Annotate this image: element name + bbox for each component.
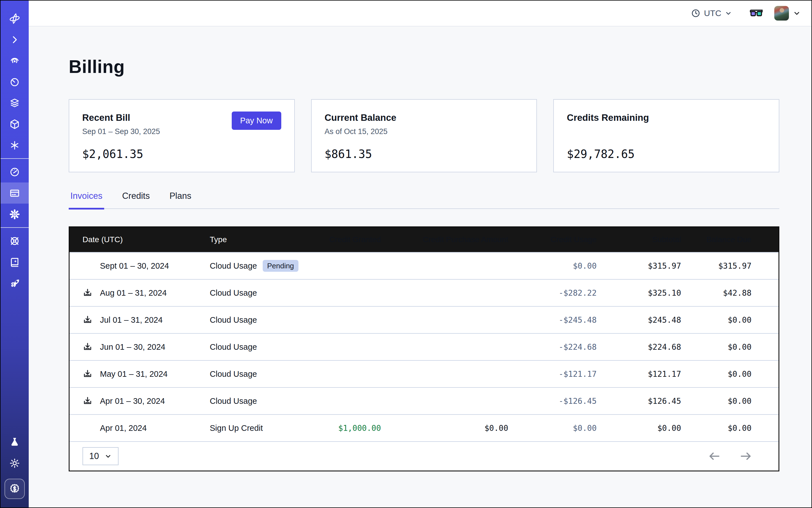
card-title: Credits Remaining — [567, 112, 766, 123]
scan-eye-icon[interactable] — [1, 50, 29, 71]
credit-usage: -$245.48 — [508, 315, 597, 325]
credits-dollar-badge-button[interactable] — [4, 479, 25, 499]
table-row: May 01 – 31, 2024 Cloud Usage -$121.17 $… — [70, 360, 778, 387]
invoice-date: Aug 01 – 31, 2024 — [100, 288, 167, 298]
table-row: Jul 01 – 31, 2024 Cloud Usage -$245.48 $… — [70, 306, 778, 333]
invoice-type: Cloud Usage — [210, 315, 257, 325]
download-invoice-icon[interactable] — [83, 288, 93, 298]
recent-bill-amount: $2,061.35 — [82, 147, 281, 161]
credit-usage: -$126.45 — [508, 396, 597, 406]
theme-sun-icon[interactable] — [1, 453, 29, 474]
balance-due: $0.00 — [681, 315, 778, 325]
credit-usage: -$224.68 — [508, 342, 597, 352]
download-invoice-icon[interactable] — [83, 396, 93, 406]
balance-due: $0.00 — [681, 370, 778, 379]
status-badge: Pending — [263, 260, 298, 272]
current-balance-amount: $861.35 — [325, 147, 524, 161]
history-timer-icon[interactable] — [1, 71, 29, 92]
tab-plans[interactable]: Plans — [168, 191, 193, 208]
billing-tabs: Invoices Credits Plans — [69, 191, 779, 209]
credit-purchase-amount: $0.00 — [381, 424, 508, 433]
table-row: Apr 01 – 30, 2024 Cloud Usage -$126.45 $… — [70, 387, 778, 414]
layers-icon[interactable] — [1, 92, 29, 114]
subtotal: $325.10 — [597, 288, 681, 298]
billing-card-icon — [9, 187, 20, 199]
3d-glasses-icon — [750, 9, 763, 17]
sidebar-divider — [1, 227, 29, 228]
timezone-selector[interactable]: UTC — [691, 8, 732, 18]
settings-gear-icon[interactable] — [1, 204, 29, 225]
invoices-table: Date (UTC) Type Credit Granted Credit Pu… — [69, 226, 779, 471]
pagination-controls — [708, 450, 753, 463]
col-header-subtotal: Subtotal — [597, 235, 681, 244]
download-invoice-icon[interactable] — [83, 315, 93, 325]
page-size-select[interactable]: 10 — [83, 447, 119, 465]
invoice-date: May 01 – 31, 2024 — [100, 370, 168, 379]
table-row: Apr 01, 2024 Sign Up Credit $1,000.00 $0… — [70, 414, 778, 441]
quickstart-rocket-icon[interactable] — [1, 272, 29, 294]
asterisk-icon[interactable] — [1, 135, 29, 156]
balance-due: $315.97 — [681, 261, 778, 270]
col-header-credit-usage: Credit Usage — [508, 235, 597, 244]
3d-glasses-button[interactable] — [750, 9, 763, 17]
invoice-date: Sept 01 – 30, 2024 — [100, 261, 169, 270]
table-row: Aug 01 – 31, 2024 Cloud Usage -$282.22 $… — [70, 279, 778, 306]
invoice-date: Jul 01 – 31, 2024 — [100, 315, 163, 325]
balance-due: $0.00 — [681, 342, 778, 352]
invoice-type: Cloud Usage — [210, 261, 257, 270]
page-title: Billing — [69, 56, 779, 77]
download-invoice-icon[interactable] — [83, 342, 93, 352]
col-header-date: Date (UTC) — [70, 235, 210, 244]
expand-chevron-icon[interactable] — [1, 29, 29, 50]
tab-credits[interactable]: Credits — [121, 191, 152, 208]
current-balance-card: Current Balance As of Oct 15, 2025 $861.… — [311, 99, 537, 172]
invoice-type: Cloud Usage — [210, 342, 257, 352]
invoice-type: Cloud Usage — [210, 288, 257, 298]
chevron-down-icon — [793, 9, 801, 17]
col-header-balance-due: Balance Due — [681, 235, 778, 244]
subtotal: $224.68 — [597, 342, 681, 352]
page-size-value: 10 — [89, 451, 99, 461]
sandbox-cube-icon[interactable] — [1, 114, 29, 135]
credit-granted: $1,000.00 — [300, 424, 381, 433]
download-invoice-icon[interactable] — [83, 369, 93, 379]
chevron-down-icon — [104, 453, 112, 460]
tab-invoices[interactable]: Invoices — [69, 191, 104, 210]
balance-due: $0.00 — [681, 396, 778, 406]
credit-usage: -$282.22 — [508, 288, 597, 298]
subtotal: $121.17 — [597, 370, 681, 379]
helm-wheel-icon[interactable] — [1, 230, 29, 251]
usage-gauge-icon[interactable] — [1, 161, 29, 182]
invoice-type: Cloud Usage — [210, 370, 257, 379]
sidebar — [1, 1, 29, 507]
subtotal: $315.97 — [597, 261, 681, 270]
pay-now-button[interactable]: Pay Now — [232, 112, 281, 130]
col-header-credit-granted: Credit Granted — [300, 235, 381, 244]
previous-page-button[interactable] — [708, 450, 721, 463]
labs-flask-icon[interactable] — [1, 431, 29, 453]
credit-usage: $0.00 — [508, 424, 597, 433]
col-header-credit-purchase: Credit Purchase Amount — [381, 235, 508, 244]
invoice-type: Cloud Usage — [210, 396, 257, 406]
sidebar-divider — [1, 158, 29, 159]
subtotal: $245.48 — [597, 315, 681, 325]
card-sub-spacer — [567, 127, 766, 136]
balance-as-of: As of Oct 15, 2025 — [325, 127, 524, 136]
credits-remaining-amount: $29,782.65 — [567, 147, 766, 161]
logo-orbit-icon[interactable] — [1, 8, 29, 29]
balance-due: $0.00 — [681, 424, 778, 433]
avatar — [774, 6, 789, 20]
timezone-label: UTC — [704, 8, 721, 18]
docs-book-icon[interactable] — [1, 251, 29, 272]
next-page-button[interactable] — [739, 450, 753, 463]
account-menu[interactable] — [774, 6, 801, 20]
table-row: Jun 01 – 30, 2024 Cloud Usage -$224.68 $… — [70, 333, 778, 360]
table-header-row: Date (UTC) Type Credit Granted Credit Pu… — [70, 227, 778, 252]
credit-usage: $0.00 — [508, 261, 597, 270]
invoice-date: Jun 01 – 30, 2024 — [100, 342, 165, 352]
sidebar-item-billing[interactable] — [1, 182, 29, 204]
chevron-down-icon — [725, 9, 732, 17]
credits-remaining-card: Credits Remaining $29,782.65 — [553, 99, 779, 172]
app-window: UTC Billi — [0, 0, 812, 508]
recent-bill-card: Recent Bill Sep 01 – Sep 30, 2025 $2,061… — [69, 99, 295, 172]
